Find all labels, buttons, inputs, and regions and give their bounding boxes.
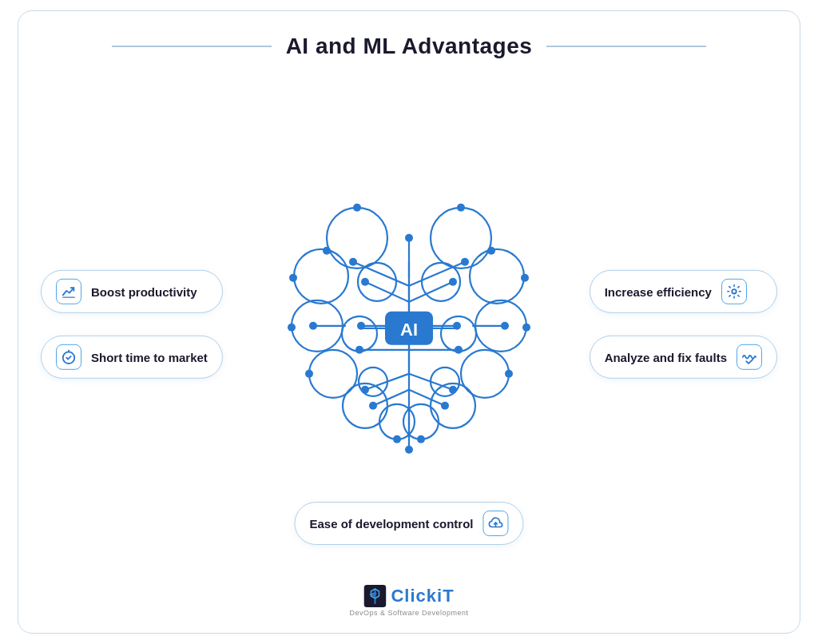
svg-point-36 — [355, 346, 363, 354]
short-time-label: Short time to market — [91, 350, 208, 364]
page-container: AI and ML Advantages .brain-stroke { fil… — [18, 10, 800, 634]
svg-point-0 — [327, 208, 387, 268]
svg-line-30 — [409, 390, 445, 406]
svg-point-61 — [393, 435, 401, 443]
svg-point-62 — [417, 435, 425, 443]
svg-point-10 — [470, 249, 524, 304]
svg-point-48 — [461, 258, 469, 266]
svg-point-56 — [457, 204, 465, 212]
svg-point-3 — [309, 350, 357, 398]
svg-point-47 — [449, 386, 457, 394]
analyze-fix-pill: Analyze and fix faults — [590, 336, 777, 379]
increase-efficiency-pill: Increase efficiency — [590, 270, 777, 313]
svg-point-57 — [487, 247, 495, 255]
svg-point-41 — [405, 234, 413, 242]
svg-point-51 — [353, 204, 361, 212]
analyze-fix-label: Analyze and fix faults — [605, 350, 727, 364]
right-labels: Increase efficiency Analyze and fix faul… — [590, 270, 777, 379]
bottom-label-area: Ease of development control — [294, 502, 523, 545]
increase-efficiency-label: Increase efficiency — [605, 284, 712, 298]
svg-point-12 — [461, 350, 509, 398]
clickit-logo-icon — [363, 585, 386, 607]
svg-point-39 — [349, 258, 357, 266]
title-line-right — [546, 46, 706, 47]
svg-point-50 — [501, 322, 509, 330]
svg-line-24 — [373, 390, 409, 406]
svg-point-45 — [455, 346, 463, 354]
svg-point-72 — [732, 289, 736, 293]
logo-sub: DevOps & Software Development — [349, 609, 468, 617]
svg-point-46 — [449, 278, 457, 286]
svg-point-59 — [522, 324, 530, 332]
svg-point-53 — [289, 274, 297, 282]
svg-point-37 — [361, 278, 369, 286]
svg-point-52 — [323, 247, 331, 255]
svg-point-38 — [361, 386, 369, 394]
clock-check-icon — [56, 344, 81, 370]
gear-icon — [721, 279, 747, 304]
title-line-left — [112, 46, 272, 47]
page-title: AI and ML Advantages — [286, 34, 533, 59]
short-time-pill: Short time to market — [41, 336, 223, 379]
svg-point-40 — [369, 402, 377, 410]
cloud-up-icon — [483, 511, 509, 536]
logo-area: ClickiT DevOps & Software Development — [349, 585, 468, 617]
boost-productivity-label: Boost productivity — [91, 284, 197, 298]
ease-dev-pill: Ease of development control — [294, 502, 523, 545]
svg-point-60 — [505, 370, 513, 378]
svg-point-58 — [521, 274, 529, 282]
chart-up-icon — [56, 279, 81, 304]
svg-text:AI: AI — [400, 320, 418, 340]
wave-check-icon — [737, 344, 762, 370]
logo-row: ClickiT — [363, 585, 454, 607]
left-labels: Boost productivity Short time to market — [41, 270, 223, 379]
svg-point-74 — [373, 592, 376, 595]
logo-text: ClickiT — [391, 586, 454, 606]
brain-illustration: .brain-stroke { fill: none; stroke: #297… — [241, 158, 577, 494]
svg-point-1 — [294, 249, 348, 304]
svg-point-42 — [405, 446, 413, 454]
svg-point-43 — [309, 322, 317, 330]
svg-point-54 — [288, 324, 296, 332]
title-area: AI and ML Advantages — [18, 34, 800, 59]
ease-dev-label: Ease of development control — [309, 517, 473, 531]
svg-point-55 — [305, 370, 313, 378]
main-content: .brain-stroke { fill: none; stroke: #297… — [18, 59, 800, 633]
svg-point-49 — [441, 402, 449, 410]
boost-productivity-pill: Boost productivity — [41, 270, 223, 313]
svg-point-9 — [431, 208, 491, 268]
